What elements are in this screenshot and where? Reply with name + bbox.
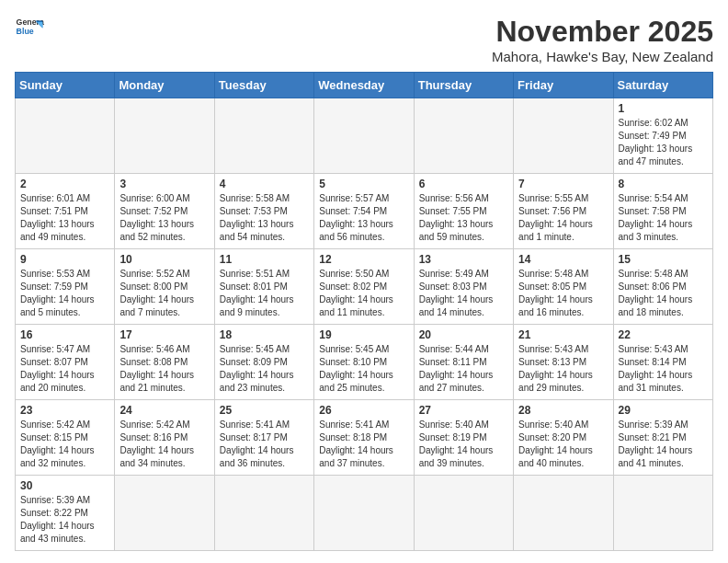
- calendar-cell: 21Sunrise: 5:43 AM Sunset: 8:13 PM Dayli…: [514, 325, 613, 400]
- day-info: Sunrise: 5:51 AM Sunset: 8:01 PM Dayligh…: [220, 268, 309, 319]
- day-number: 29: [619, 404, 708, 417]
- logo: General Blue: [15, 15, 44, 40]
- day-info: Sunrise: 5:47 AM Sunset: 8:07 PM Dayligh…: [20, 343, 109, 395]
- week-row-6: 30Sunrise: 5:39 AM Sunset: 8:22 PM Dayli…: [16, 476, 713, 551]
- day-info: Sunrise: 5:43 AM Sunset: 8:13 PM Dayligh…: [518, 343, 608, 395]
- calendar-cell: 25Sunrise: 5:41 AM Sunset: 8:17 PM Dayli…: [214, 400, 313, 476]
- calendar-cell: [16, 98, 115, 174]
- calendar-cell: 9Sunrise: 5:53 AM Sunset: 7:59 PM Daylig…: [16, 249, 115, 325]
- day-number: 22: [619, 328, 708, 341]
- calendar-cell: [414, 98, 513, 174]
- calendar-cell: 14Sunrise: 5:48 AM Sunset: 8:05 PM Dayli…: [514, 249, 613, 325]
- logo-icon: General Blue: [15, 15, 44, 40]
- day-number: 15: [619, 253, 708, 266]
- day-number: 13: [419, 253, 508, 266]
- calendar-cell: 12Sunrise: 5:50 AM Sunset: 8:02 PM Dayli…: [314, 249, 414, 325]
- day-info: Sunrise: 5:50 AM Sunset: 8:02 PM Dayligh…: [319, 268, 408, 319]
- calendar-cell: [514, 476, 613, 551]
- location-title: Mahora, Hawke's Bay, New Zealand: [492, 49, 713, 64]
- day-info: Sunrise: 5:48 AM Sunset: 8:05 PM Dayligh…: [518, 268, 608, 319]
- day-number: 24: [119, 404, 209, 417]
- calendar-cell: 28Sunrise: 5:40 AM Sunset: 8:20 PM Dayli…: [514, 400, 613, 476]
- day-number: 23: [20, 404, 109, 417]
- calendar-cell: 15Sunrise: 5:48 AM Sunset: 8:06 PM Dayli…: [613, 249, 712, 325]
- week-row-5: 23Sunrise: 5:42 AM Sunset: 8:15 PM Dayli…: [16, 400, 713, 476]
- day-number: 10: [119, 253, 209, 266]
- page-header: General Blue November 2025 Mahora, Hawke…: [15, 15, 713, 64]
- calendar-cell: 27Sunrise: 5:40 AM Sunset: 8:19 PM Dayli…: [414, 400, 513, 476]
- weekday-header-monday: Monday: [115, 73, 214, 98]
- day-info: Sunrise: 6:00 AM Sunset: 7:52 PM Dayligh…: [119, 192, 209, 244]
- calendar-cell: 16Sunrise: 5:47 AM Sunset: 8:07 PM Dayli…: [16, 325, 115, 400]
- calendar-cell: 23Sunrise: 5:42 AM Sunset: 8:15 PM Dayli…: [16, 400, 115, 476]
- day-info: Sunrise: 6:01 AM Sunset: 7:51 PM Dayligh…: [20, 192, 109, 244]
- calendar-cell: 24Sunrise: 5:42 AM Sunset: 8:16 PM Dayli…: [115, 400, 214, 476]
- title-block: November 2025 Mahora, Hawke's Bay, New Z…: [492, 15, 713, 64]
- weekday-header-tuesday: Tuesday: [214, 73, 313, 98]
- weekday-header-wednesday: Wednesday: [314, 73, 414, 98]
- svg-text:Blue: Blue: [17, 27, 34, 36]
- calendar-cell: [314, 476, 414, 551]
- day-number: 25: [220, 404, 309, 417]
- day-info: Sunrise: 5:40 AM Sunset: 8:20 PM Dayligh…: [518, 419, 608, 470]
- calendar-cell: 29Sunrise: 5:39 AM Sunset: 8:21 PM Dayli…: [613, 400, 712, 476]
- day-info: Sunrise: 5:45 AM Sunset: 8:09 PM Dayligh…: [220, 343, 309, 395]
- calendar-cell: [314, 98, 414, 174]
- day-number: 3: [119, 178, 209, 190]
- calendar-cell: 20Sunrise: 5:44 AM Sunset: 8:11 PM Dayli…: [414, 325, 513, 400]
- day-info: Sunrise: 6:02 AM Sunset: 7:49 PM Dayligh…: [619, 117, 708, 168]
- calendar-cell: 19Sunrise: 5:45 AM Sunset: 8:10 PM Dayli…: [314, 325, 414, 400]
- day-number: 11: [220, 253, 309, 266]
- day-number: 14: [518, 253, 608, 266]
- calendar-cell: 11Sunrise: 5:51 AM Sunset: 8:01 PM Dayli…: [214, 249, 313, 325]
- day-number: 1: [619, 102, 708, 115]
- day-number: 12: [319, 253, 408, 266]
- calendar-cell: 6Sunrise: 5:56 AM Sunset: 7:55 PM Daylig…: [414, 174, 513, 249]
- calendar-cell: 7Sunrise: 5:55 AM Sunset: 7:56 PM Daylig…: [514, 174, 613, 249]
- calendar-cell: 1Sunrise: 6:02 AM Sunset: 7:49 PM Daylig…: [613, 98, 712, 174]
- calendar-cell: 26Sunrise: 5:41 AM Sunset: 8:18 PM Dayli…: [314, 400, 414, 476]
- week-row-2: 2Sunrise: 6:01 AM Sunset: 7:51 PM Daylig…: [16, 174, 713, 249]
- day-info: Sunrise: 5:55 AM Sunset: 7:56 PM Dayligh…: [518, 192, 608, 244]
- calendar-cell: 3Sunrise: 6:00 AM Sunset: 7:52 PM Daylig…: [115, 174, 214, 249]
- day-number: 16: [20, 328, 109, 341]
- day-number: 20: [419, 328, 508, 341]
- calendar-table: SundayMondayTuesdayWednesdayThursdayFrid…: [15, 72, 713, 551]
- day-number: 30: [20, 479, 109, 492]
- day-info: Sunrise: 5:40 AM Sunset: 8:19 PM Dayligh…: [419, 419, 508, 470]
- day-number: 6: [419, 178, 508, 190]
- day-info: Sunrise: 5:41 AM Sunset: 8:17 PM Dayligh…: [220, 419, 309, 470]
- day-info: Sunrise: 5:52 AM Sunset: 8:00 PM Dayligh…: [119, 268, 209, 319]
- day-info: Sunrise: 5:43 AM Sunset: 8:14 PM Dayligh…: [619, 343, 708, 395]
- day-number: 17: [119, 328, 209, 341]
- day-number: 19: [319, 328, 408, 341]
- day-info: Sunrise: 5:48 AM Sunset: 8:06 PM Dayligh…: [619, 268, 708, 319]
- calendar-cell: 17Sunrise: 5:46 AM Sunset: 8:08 PM Dayli…: [115, 325, 214, 400]
- day-info: Sunrise: 5:44 AM Sunset: 8:11 PM Dayligh…: [419, 343, 508, 395]
- calendar-cell: 13Sunrise: 5:49 AM Sunset: 8:03 PM Dayli…: [414, 249, 513, 325]
- calendar-cell: 2Sunrise: 6:01 AM Sunset: 7:51 PM Daylig…: [16, 174, 115, 249]
- day-number: 9: [20, 253, 109, 266]
- week-row-1: 1Sunrise: 6:02 AM Sunset: 7:49 PM Daylig…: [16, 98, 713, 174]
- weekday-header-row: SundayMondayTuesdayWednesdayThursdayFrid…: [16, 73, 713, 98]
- day-number: 26: [319, 404, 408, 417]
- day-number: 28: [518, 404, 608, 417]
- day-info: Sunrise: 5:42 AM Sunset: 8:15 PM Dayligh…: [20, 419, 109, 470]
- day-info: Sunrise: 5:41 AM Sunset: 8:18 PM Dayligh…: [319, 419, 408, 470]
- calendar-cell: [214, 98, 313, 174]
- week-row-4: 16Sunrise: 5:47 AM Sunset: 8:07 PM Dayli…: [16, 325, 713, 400]
- day-number: 18: [220, 328, 309, 341]
- day-number: 2: [20, 178, 109, 190]
- day-info: Sunrise: 5:58 AM Sunset: 7:53 PM Dayligh…: [220, 192, 309, 244]
- weekday-header-saturday: Saturday: [613, 73, 712, 98]
- week-row-3: 9Sunrise: 5:53 AM Sunset: 7:59 PM Daylig…: [16, 249, 713, 325]
- month-title: November 2025: [492, 15, 713, 49]
- day-info: Sunrise: 5:53 AM Sunset: 7:59 PM Dayligh…: [20, 268, 109, 319]
- calendar-cell: [214, 476, 313, 551]
- calendar-cell: [613, 476, 712, 551]
- weekday-header-sunday: Sunday: [16, 73, 115, 98]
- day-info: Sunrise: 5:46 AM Sunset: 8:08 PM Dayligh…: [119, 343, 209, 395]
- calendar-cell: 22Sunrise: 5:43 AM Sunset: 8:14 PM Dayli…: [613, 325, 712, 400]
- calendar-cell: 4Sunrise: 5:58 AM Sunset: 7:53 PM Daylig…: [214, 174, 313, 249]
- calendar-cell: 5Sunrise: 5:57 AM Sunset: 7:54 PM Daylig…: [314, 174, 414, 249]
